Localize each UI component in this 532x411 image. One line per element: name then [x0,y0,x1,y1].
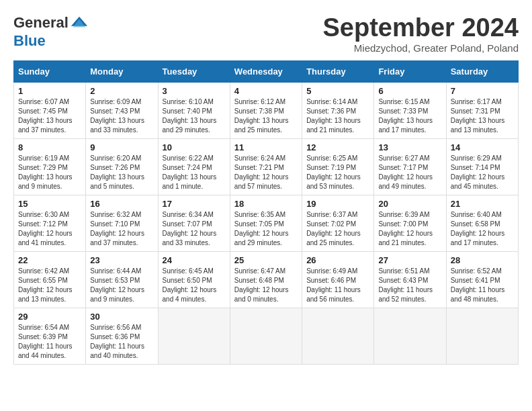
day-number: 29 [18,312,81,322]
page-header: General Blue September 2024 Miedzychod, … [13,13,519,54]
day-info: Sunrise: 6:24 AM Sunset: 7:21 PM Dayligh… [234,154,298,191]
day-number: 25 [234,255,298,265]
day-info: Sunrise: 6:51 AM Sunset: 6:43 PM Dayligh… [378,267,441,304]
day-info: Sunrise: 6:42 AM Sunset: 6:55 PM Dayligh… [18,267,81,304]
weekday-header-sunday: Sunday [14,61,86,83]
day-info: Sunrise: 6:54 AM Sunset: 6:39 PM Dayligh… [18,323,81,361]
day-info: Sunrise: 6:12 AM Sunset: 7:38 PM Dayligh… [234,97,298,135]
empty-cell [374,308,446,365]
day-number: 5 [306,86,369,96]
day-info: Sunrise: 6:37 AM Sunset: 7:02 PM Dayligh… [306,210,369,248]
day-info: Sunrise: 6:17 AM Sunset: 7:31 PM Dayligh… [451,97,514,135]
calendar-day-9: 9Sunrise: 6:20 AM Sunset: 7:26 PM Daylig… [86,139,158,195]
calendar-day-12: 12Sunrise: 6:25 AM Sunset: 7:19 PM Dayli… [302,139,374,195]
day-info: Sunrise: 6:15 AM Sunset: 7:33 PM Dayligh… [378,97,441,135]
day-info: Sunrise: 6:25 AM Sunset: 7:19 PM Dayligh… [306,154,369,191]
day-number: 9 [90,142,153,152]
day-number: 13 [378,142,441,152]
calendar-day-14: 14Sunrise: 6:29 AM Sunset: 7:14 PM Dayli… [446,139,518,195]
day-number: 7 [451,86,514,96]
empty-cell [158,308,230,365]
day-number: 8 [18,142,81,152]
day-number: 10 [163,142,226,152]
day-info: Sunrise: 6:20 AM Sunset: 7:26 PM Dayligh… [90,154,153,191]
calendar-day-16: 16Sunrise: 6:32 AM Sunset: 7:10 PM Dayli… [86,195,158,252]
calendar-day-24: 24Sunrise: 6:45 AM Sunset: 6:50 PM Dayli… [158,252,230,308]
calendar-week-4: 22Sunrise: 6:42 AM Sunset: 6:55 PM Dayli… [14,252,519,308]
day-info: Sunrise: 6:45 AM Sunset: 6:50 PM Dayligh… [163,267,226,304]
location: Miedzychod, Greater Poland, Poland [323,42,519,54]
day-info: Sunrise: 6:40 AM Sunset: 6:58 PM Dayligh… [451,210,514,248]
calendar-day-22: 22Sunrise: 6:42 AM Sunset: 6:55 PM Dayli… [14,252,86,308]
day-number: 12 [306,142,369,152]
weekday-header-friday: Friday [374,61,446,83]
calendar-day-30: 30Sunrise: 6:56 AM Sunset: 6:36 PM Dayli… [86,308,158,365]
day-info: Sunrise: 6:10 AM Sunset: 7:40 PM Dayligh… [163,97,226,135]
calendar-day-6: 6Sunrise: 6:15 AM Sunset: 7:33 PM Daylig… [374,83,446,139]
day-info: Sunrise: 6:49 AM Sunset: 6:46 PM Dayligh… [306,267,369,304]
calendar-day-10: 10Sunrise: 6:22 AM Sunset: 7:24 PM Dayli… [158,139,230,195]
day-number: 22 [18,255,81,265]
calendar-day-2: 2Sunrise: 6:09 AM Sunset: 7:43 PM Daylig… [86,83,158,139]
day-info: Sunrise: 6:52 AM Sunset: 6:41 PM Dayligh… [451,267,514,304]
day-info: Sunrise: 6:47 AM Sunset: 6:48 PM Dayligh… [234,267,298,304]
day-info: Sunrise: 6:39 AM Sunset: 7:00 PM Dayligh… [378,210,441,248]
calendar-day-5: 5Sunrise: 6:14 AM Sunset: 7:36 PM Daylig… [302,83,374,139]
day-number: 28 [451,255,514,265]
day-info: Sunrise: 6:19 AM Sunset: 7:29 PM Dayligh… [18,154,81,191]
calendar-day-15: 15Sunrise: 6:30 AM Sunset: 7:12 PM Dayli… [14,195,86,252]
weekday-header-thursday: Thursday [302,61,374,83]
calendar-day-26: 26Sunrise: 6:49 AM Sunset: 6:46 PM Dayli… [302,252,374,308]
day-info: Sunrise: 6:29 AM Sunset: 7:14 PM Dayligh… [451,154,514,191]
calendar-table: SundayMondayTuesdayWednesdayThursdayFrid… [13,60,519,365]
calendar-day-11: 11Sunrise: 6:24 AM Sunset: 7:21 PM Dayli… [230,139,302,195]
calendar-day-3: 3Sunrise: 6:10 AM Sunset: 7:40 PM Daylig… [158,83,230,139]
day-number: 21 [451,199,514,209]
day-number: 1 [18,86,81,96]
day-info: Sunrise: 6:35 AM Sunset: 7:05 PM Dayligh… [234,210,298,248]
calendar-week-3: 15Sunrise: 6:30 AM Sunset: 7:12 PM Dayli… [14,195,519,252]
empty-cell [302,308,374,365]
day-info: Sunrise: 6:44 AM Sunset: 6:53 PM Dayligh… [90,267,153,304]
day-info: Sunrise: 6:32 AM Sunset: 7:10 PM Dayligh… [90,210,153,248]
calendar-day-4: 4Sunrise: 6:12 AM Sunset: 7:38 PM Daylig… [230,83,302,139]
day-number: 26 [306,255,369,265]
calendar-day-7: 7Sunrise: 6:17 AM Sunset: 7:31 PM Daylig… [446,83,518,139]
calendar-day-27: 27Sunrise: 6:51 AM Sunset: 6:43 PM Dayli… [374,252,446,308]
month-title: September 2024 [323,13,519,42]
title-block: September 2024 Miedzychod, Greater Polan… [323,13,519,54]
day-info: Sunrise: 6:09 AM Sunset: 7:43 PM Dayligh… [90,97,153,135]
calendar-week-2: 8Sunrise: 6:19 AM Sunset: 7:29 PM Daylig… [14,139,519,195]
day-number: 2 [90,86,153,96]
day-info: Sunrise: 6:14 AM Sunset: 7:36 PM Dayligh… [306,97,369,135]
day-number: 24 [163,255,226,265]
logo-general: General [13,14,69,32]
weekday-header-row: SundayMondayTuesdayWednesdayThursdayFrid… [14,61,519,83]
day-number: 11 [234,142,298,152]
day-number: 16 [90,199,153,209]
day-number: 17 [163,199,226,209]
day-info: Sunrise: 6:07 AM Sunset: 7:45 PM Dayligh… [18,97,81,135]
empty-cell [230,308,302,365]
day-info: Sunrise: 6:27 AM Sunset: 7:17 PM Dayligh… [378,154,441,191]
logo-blue-text: Blue [13,32,46,49]
empty-cell [446,308,518,365]
day-number: 19 [306,199,369,209]
day-info: Sunrise: 6:56 AM Sunset: 6:36 PM Dayligh… [90,323,153,361]
day-info: Sunrise: 6:22 AM Sunset: 7:24 PM Dayligh… [163,154,226,191]
calendar-week-1: 1Sunrise: 6:07 AM Sunset: 7:45 PM Daylig… [14,83,519,139]
day-number: 6 [378,86,441,96]
calendar-day-18: 18Sunrise: 6:35 AM Sunset: 7:05 PM Dayli… [230,195,302,252]
calendar-day-8: 8Sunrise: 6:19 AM Sunset: 7:29 PM Daylig… [14,139,86,195]
calendar-day-25: 25Sunrise: 6:47 AM Sunset: 6:48 PM Dayli… [230,252,302,308]
day-number: 3 [163,86,226,96]
logo: General Blue [13,13,89,50]
calendar-day-13: 13Sunrise: 6:27 AM Sunset: 7:17 PM Dayli… [374,139,446,195]
day-info: Sunrise: 6:30 AM Sunset: 7:12 PM Dayligh… [18,210,81,248]
calendar-day-29: 29Sunrise: 6:54 AM Sunset: 6:39 PM Dayli… [14,308,86,365]
day-number: 20 [378,199,441,209]
calendar-day-1: 1Sunrise: 6:07 AM Sunset: 7:45 PM Daylig… [14,83,86,139]
weekday-header-wednesday: Wednesday [230,61,302,83]
day-number: 14 [451,142,514,152]
day-number: 15 [18,199,81,209]
